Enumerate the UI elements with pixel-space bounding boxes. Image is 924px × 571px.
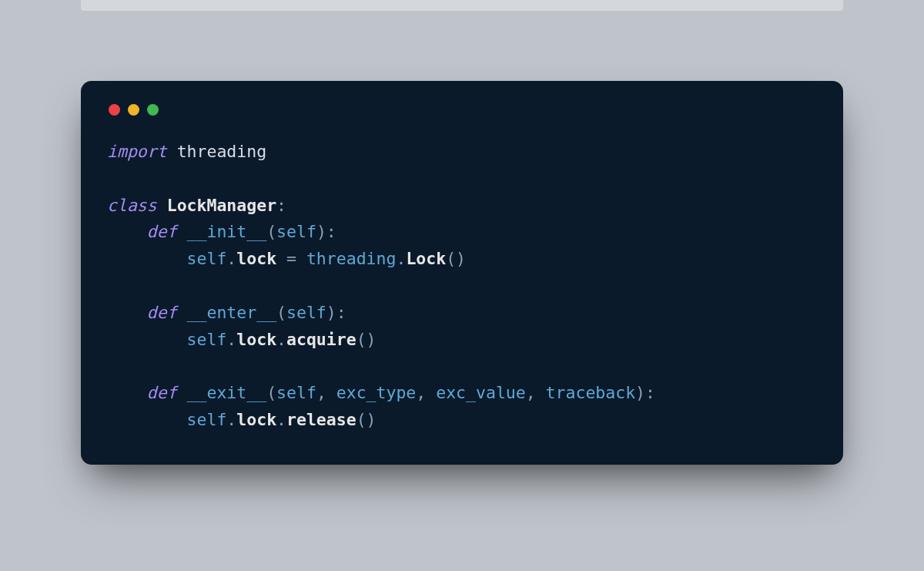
window-controls — [109, 104, 817, 116]
module-ref: threading — [306, 249, 397, 268]
method-init: __init__ — [187, 222, 267, 241]
zoom-icon[interactable] — [147, 104, 159, 116]
paren-open: ( — [266, 383, 276, 402]
paren-close: ) — [326, 303, 336, 322]
colon: : — [645, 383, 655, 402]
self-ref: self — [187, 410, 227, 429]
param-traceback: traceback — [546, 383, 636, 402]
call-acquire: acquire — [286, 330, 357, 349]
colon: : — [336, 303, 346, 322]
paren-open: ( — [266, 222, 276, 241]
dot: . — [226, 410, 236, 429]
code-window: import threading class LockManager: def … — [81, 81, 843, 465]
assign: = — [276, 249, 306, 268]
paren-open: ( — [357, 410, 367, 429]
param-exc-value: exc_value — [436, 383, 526, 402]
paren-close: ) — [635, 383, 645, 402]
keyword-class: class — [107, 196, 157, 215]
attr-lock: lock — [236, 249, 276, 268]
paren-close: ) — [456, 249, 466, 268]
minimize-icon[interactable] — [128, 104, 139, 116]
paren-open: ( — [276, 303, 286, 322]
paren-close: ) — [367, 410, 377, 429]
self-ref: self — [187, 249, 227, 268]
param-self: self — [286, 303, 326, 322]
comma: , — [316, 383, 336, 402]
keyword-def: def — [147, 383, 177, 402]
keyword-def: def — [147, 303, 177, 322]
colon: : — [326, 222, 336, 241]
paren-open: ( — [446, 249, 456, 268]
call-release: release — [286, 410, 357, 429]
close-icon[interactable] — [109, 104, 120, 116]
dot: . — [276, 330, 286, 349]
paren-open: ( — [357, 330, 367, 349]
class-name: LockManager — [167, 196, 276, 215]
self-ref: self — [187, 330, 227, 349]
dot: . — [396, 249, 406, 268]
dot: . — [276, 410, 286, 429]
keyword-def: def — [147, 222, 177, 241]
comma: , — [416, 383, 436, 402]
dot: . — [226, 330, 236, 349]
attr-lock: lock — [236, 410, 276, 429]
comma: , — [526, 383, 546, 402]
attr-lock: lock — [236, 330, 276, 349]
call-lock: Lock — [406, 249, 446, 268]
method-enter: __enter__ — [187, 303, 277, 322]
background-strip — [81, 0, 843, 11]
paren-close: ) — [367, 330, 377, 349]
colon: : — [276, 196, 286, 215]
keyword-import: import — [107, 142, 167, 161]
paren-close: ) — [316, 222, 326, 241]
method-exit: __exit__ — [187, 383, 267, 402]
param-exc-type: exc_type — [336, 383, 417, 402]
param-self: self — [276, 222, 316, 241]
dot: . — [226, 249, 236, 268]
param-self: self — [276, 383, 316, 402]
module-threading: threading — [177, 142, 267, 161]
code-block: import threading class LockManager: def … — [107, 139, 817, 434]
